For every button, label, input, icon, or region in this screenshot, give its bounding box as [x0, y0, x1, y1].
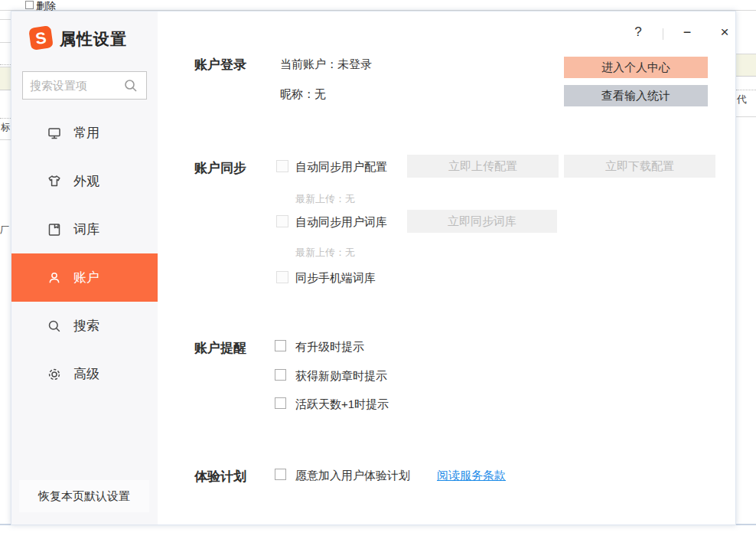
section-label-login: 账户登录	[194, 56, 246, 74]
experience-plan-checkbox[interactable]	[275, 469, 286, 480]
last-upload-dict-text: 最新上传：无	[295, 246, 355, 260]
sidebar-item-label: 高级	[73, 365, 99, 383]
sidebar: S 属性设置 常用 外观	[11, 11, 158, 525]
sidebar-item-appearance[interactable]: 外观	[11, 157, 158, 205]
sidebar-nav: 常用 外观 词库 账户	[11, 109, 158, 398]
badge-reminder-label: 获得新勋章时提示	[295, 369, 387, 384]
search-box	[22, 71, 147, 100]
sidebar-item-label: 外观	[73, 172, 99, 190]
titlebar-divider	[663, 28, 663, 40]
screen: 删除 标 厂 代 S 属性设置	[0, 0, 756, 536]
background-line	[0, 139, 11, 140]
auto-sync-config-checkbox[interactable]	[276, 160, 288, 172]
sidebar-item-account[interactable]: 账户	[11, 253, 158, 302]
experience-plan-label: 愿意加入用户体验计划	[295, 469, 410, 483]
input-stats-button[interactable]: 查看输入统计	[564, 85, 708, 106]
background-line	[0, 19, 11, 20]
sidebar-item-label: 搜索	[73, 317, 99, 335]
settings-dialog: S 属性设置 常用 外观	[11, 11, 736, 525]
search-icon	[47, 319, 62, 334]
background-text-fragment: 厂	[0, 224, 9, 237]
active-days-reminder-checkbox[interactable]	[275, 397, 286, 409]
sidebar-item-label: 账户	[73, 269, 99, 286]
auto-sync-dict-label: 自动同步用户词库	[295, 215, 387, 230]
background-delete-checkbox[interactable]	[25, 1, 34, 9]
auto-sync-dict-checkbox[interactable]	[276, 215, 288, 227]
section-label-reminders: 账户提醒	[194, 339, 246, 357]
upgrade-reminder-checkbox[interactable]	[275, 340, 286, 351]
monitor-icon	[47, 126, 62, 141]
sidebar-item-dictionary[interactable]: 词库	[11, 205, 158, 253]
background-row-highlight	[0, 67, 11, 90]
terms-of-service-link[interactable]: 阅读服务条款	[437, 469, 506, 483]
background-row-highlight	[736, 54, 756, 77]
page-title: 属性设置	[60, 28, 127, 50]
badge-reminder-checkbox[interactable]	[275, 369, 286, 381]
upload-config-button[interactable]: 立即上传配置	[407, 155, 559, 178]
magnifier-icon	[123, 78, 138, 93]
personal-center-button[interactable]: 进入个人中心	[564, 57, 708, 78]
sogou-logo-icon: S	[28, 25, 54, 51]
restore-defaults-button[interactable]: 恢复本页默认设置	[19, 480, 149, 512]
sync-mobile-dict-checkbox[interactable]	[276, 271, 288, 283]
user-icon	[47, 270, 62, 286]
close-button[interactable]: ×	[715, 22, 735, 42]
background-text-fragment: 标	[1, 121, 10, 134]
last-upload-config-text: 最新上传：无	[295, 192, 355, 206]
background-text-fragment: 代	[737, 93, 747, 106]
search-input[interactable]	[30, 72, 122, 99]
gear-icon	[47, 367, 62, 382]
sync-dict-now-button[interactable]: 立即同步词库	[407, 210, 557, 233]
shirt-icon	[47, 174, 62, 189]
background-line	[0, 42, 11, 43]
minimize-button[interactable]: −	[677, 22, 697, 42]
sidebar-item-search[interactable]: 搜索	[11, 302, 158, 350]
sync-mobile-dict-label: 同步手机端词库	[295, 271, 376, 286]
section-label-sync: 账户同步	[194, 159, 246, 177]
upgrade-reminder-label: 有升级时提示	[295, 340, 364, 355]
sidebar-item-advanced[interactable]: 高级	[11, 350, 158, 398]
dictionary-icon	[47, 222, 62, 237]
sidebar-item-label: 常用	[73, 124, 99, 142]
section-label-experience: 体验计划	[194, 468, 246, 485]
current-account-text: 当前账户：未登录	[280, 57, 372, 72]
auto-sync-config-label: 自动同步用户配置	[295, 160, 387, 175]
download-config-button[interactable]: 立即下载配置	[564, 155, 715, 178]
background-line	[0, 118, 11, 119]
background-line	[0, 64, 11, 65]
nickname-text: 昵称：无	[280, 87, 326, 102]
background-line	[736, 116, 756, 117]
background-line	[736, 90, 756, 90]
sidebar-item-label: 词库	[73, 221, 99, 238]
sidebar-item-common[interactable]: 常用	[11, 109, 158, 157]
help-button[interactable]: ?	[628, 22, 648, 42]
active-days-reminder-label: 活跃天数+1时提示	[295, 397, 389, 412]
